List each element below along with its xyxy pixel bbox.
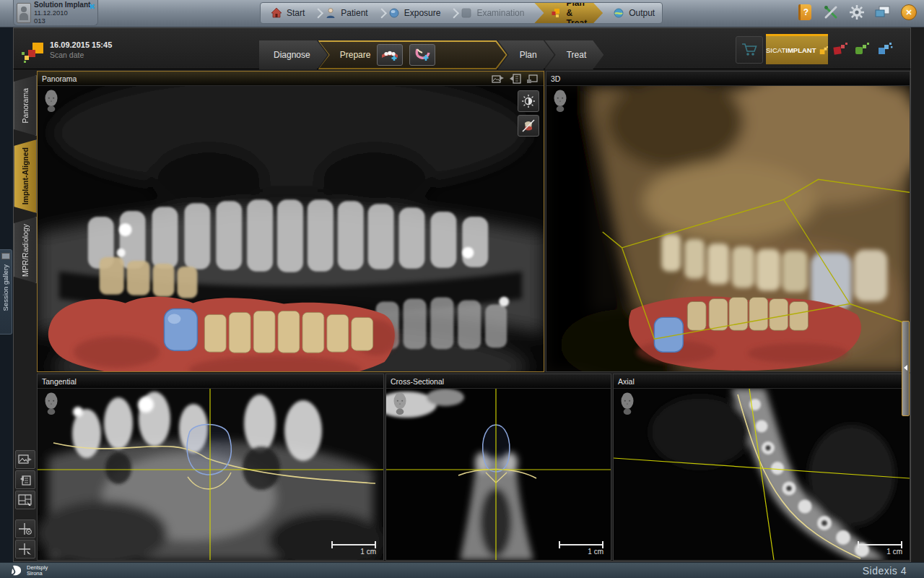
cart-button[interactable] bbox=[736, 36, 763, 64]
orientation-head-icon bbox=[391, 392, 409, 415]
phase-plan-treat[interactable]: Plan & Treat bbox=[534, 3, 603, 23]
tangential-header: Tangential bbox=[38, 374, 383, 389]
step-prepare[interactable]: Prepare bbox=[318, 40, 507, 69]
view-tool-column bbox=[15, 450, 35, 560]
axial-title: Axial bbox=[618, 377, 635, 386]
workflow-phase-strip: Start Patient Exposure bbox=[260, 2, 663, 24]
maximize-view-icon[interactable] bbox=[526, 74, 539, 84]
tab-panorama[interactable]: Panorama bbox=[14, 75, 37, 136]
axial-scalebar: 1 cm bbox=[858, 544, 902, 556]
sicat-implant-app-button[interactable]: SICATIMPLANT bbox=[766, 34, 828, 64]
phase-patient[interactable]: Patient bbox=[315, 3, 378, 23]
gallery-icon bbox=[1, 253, 10, 259]
scalebar-label: 1 cm bbox=[858, 548, 902, 556]
optical-scan-icon bbox=[380, 48, 399, 62]
app-name: Sidexis 4 bbox=[863, 565, 907, 577]
layout-button[interactable] bbox=[15, 491, 35, 509]
patient-id: 013 bbox=[34, 17, 90, 25]
examination-icon bbox=[461, 7, 472, 19]
plan-treat-icon bbox=[550, 7, 562, 19]
scalebar-line bbox=[858, 544, 902, 545]
cross-sectional-canvas[interactable]: 1 cm bbox=[386, 389, 611, 560]
scalebar-label: 1 cm bbox=[559, 548, 603, 556]
axial-header: Axial bbox=[614, 374, 910, 389]
phase-output[interactable]: Output bbox=[603, 3, 663, 23]
patient-clear-icon[interactable]: ✖ bbox=[89, 3, 95, 11]
app-button-label: SICATIMPLANT bbox=[766, 46, 816, 54]
help-button[interactable]: ? bbox=[796, 3, 814, 22]
tools-button[interactable] bbox=[821, 3, 840, 22]
panorama-canvas[interactable] bbox=[38, 86, 544, 371]
titlebar: Solution Implant 11.12.2010 013 ✖ Start bbox=[0, 0, 924, 27]
close-button[interactable]: ✕ bbox=[899, 3, 918, 22]
panorama-title: Panorama bbox=[42, 74, 77, 83]
settings-button[interactable] bbox=[847, 3, 866, 22]
phase-start[interactable]: Start bbox=[261, 3, 315, 23]
output-icon bbox=[613, 7, 624, 19]
panorama-image[interactable] bbox=[38, 86, 544, 371]
axial-canvas[interactable]: 1 cm bbox=[614, 389, 910, 560]
segment-jaw-button[interactable] bbox=[409, 44, 435, 66]
panorama-panel: Panorama bbox=[37, 71, 544, 372]
patient-avatar bbox=[17, 3, 31, 23]
volume3d-panel: 3D bbox=[546, 71, 910, 372]
brightness-contrast-button[interactable] bbox=[518, 90, 539, 112]
phase-examination: Examination bbox=[450, 3, 534, 23]
object-bar-handle[interactable] bbox=[902, 321, 910, 416]
scan-date-label: Scan date bbox=[50, 50, 112, 60]
windows-icon bbox=[874, 4, 892, 20]
patient-date: 11.12.2010 bbox=[34, 9, 90, 17]
volume3d-canvas[interactable] bbox=[546, 86, 910, 371]
help-book-icon: ? bbox=[798, 4, 811, 20]
cross-sectional-title: Cross-Sectional bbox=[391, 377, 444, 386]
hide-objects-button[interactable] bbox=[518, 115, 539, 137]
tangential-image[interactable] bbox=[38, 389, 383, 560]
import-optical-scan-button[interactable] bbox=[377, 44, 403, 66]
person-icon bbox=[325, 7, 336, 19]
export-image-button[interactable] bbox=[15, 450, 35, 469]
volume3d-image[interactable] bbox=[546, 86, 910, 371]
patient-card[interactable]: Solution Implant 11.12.2010 013 ✖ bbox=[13, 0, 98, 26]
app-icon-blue[interactable] bbox=[877, 41, 894, 57]
export-view-icon[interactable] bbox=[492, 74, 505, 84]
copy-to-clipboard-button[interactable] bbox=[15, 470, 35, 489]
sicat-logo bbox=[24, 43, 45, 63]
panorama-header: Panorama bbox=[38, 72, 544, 86]
exposure-icon bbox=[388, 7, 400, 19]
axial-panel: Axial bbox=[613, 374, 910, 561]
tools-icon bbox=[823, 4, 839, 20]
scalebar-line bbox=[559, 544, 603, 545]
plan-treat-toolbar: 16.09.2015 15:45 Scan date Diagnose Prep… bbox=[13, 27, 911, 69]
orientation-head-icon bbox=[42, 89, 61, 112]
orientation-head-icon bbox=[42, 392, 61, 415]
cart-icon bbox=[741, 42, 758, 58]
copy-view-icon[interactable] bbox=[509, 74, 522, 84]
crosshair-visibility-button[interactable] bbox=[15, 519, 35, 538]
workflow-steps: Diagnose Prepare bbox=[259, 40, 603, 69]
sidexis-window: Solution Implant 11.12.2010 013 ✖ Start bbox=[0, 0, 924, 578]
statusbar: Dentsply Sirona Sidexis 4 bbox=[0, 562, 924, 578]
brand-text: Dentsply Sirona bbox=[27, 565, 48, 576]
phase-exposure[interactable]: Exposure bbox=[378, 3, 451, 23]
axial-image[interactable] bbox=[614, 389, 910, 560]
app-icon-green[interactable] bbox=[854, 41, 871, 57]
tab-implant-aligned[interactable]: Implant-Aligned bbox=[14, 139, 37, 213]
cross-sectional-panel: Cross-Sectional bbox=[385, 374, 611, 561]
brand: Dentsply Sirona bbox=[10, 564, 48, 577]
cross-sectional-image[interactable] bbox=[386, 389, 611, 560]
step-diagnose[interactable]: Diagnose bbox=[259, 40, 328, 69]
workspace-tabs: Panorama Implant-Aligned MPR/Radiology bbox=[14, 75, 37, 287]
volume3d-title: 3D bbox=[551, 74, 560, 83]
home-icon bbox=[271, 7, 282, 19]
session-gallery-tab[interactable]: Session gallery bbox=[0, 249, 12, 335]
crosshair-center-button[interactable] bbox=[15, 540, 35, 558]
window-layout-button[interactable] bbox=[873, 3, 892, 22]
app-icon-red[interactable] bbox=[832, 41, 850, 57]
scalebar-line bbox=[331, 544, 376, 545]
tangential-canvas[interactable]: 1 cm bbox=[38, 389, 383, 560]
tab-mpr-radiology[interactable]: MPR/Radiology bbox=[14, 217, 37, 283]
patient-meta: Solution Implant 11.12.2010 013 bbox=[34, 1, 90, 25]
close-icon: ✕ bbox=[901, 4, 917, 20]
scan-datetime: 16.09.2015 15:45 bbox=[50, 40, 112, 50]
orientation-head-icon bbox=[551, 89, 570, 112]
